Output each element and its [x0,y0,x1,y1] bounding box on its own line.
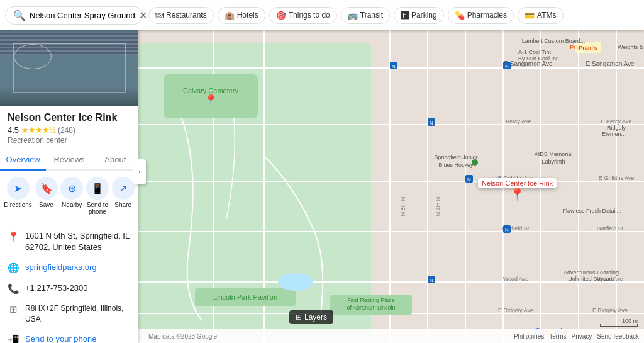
footer-link-privacy[interactable]: Privacy [571,333,592,340]
tab-about[interactable]: About [92,150,138,171]
top-bar: 🔍 ✕ 🍽Restaurants 🏨Hotels 🎯Things to do 🚌… [0,0,644,30]
search-input[interactable] [30,11,135,20]
footer-link-send-feedback[interactable]: Send feedback [597,333,639,340]
svg-text:A-1 Cool Tint: A-1 Cool Tint [518,49,552,55]
plus-code-text: R8HX+2F Springfield, Illinois, USA [25,303,131,325]
filter-transit[interactable]: 🚌Transit [341,7,390,24]
star-rating: ★★★★½ [21,125,55,135]
map-scale: 100 m [600,318,638,327]
svg-text:Springfield Junior: Springfield Junior [434,154,478,160]
tab-reviews[interactable]: Reviews [46,150,92,171]
address-row[interactable]: 📍 1601 N 5th St, Springfield, IL 62702, … [0,226,138,257]
map-area[interactable]: Calvary Cemetery 📍 Lincoln Park Pavilion… [138,30,644,343]
sidebar-panel: Nelson Center Ice Rink 4.5 ★★★★½ (248) R… [0,30,138,343]
send-to-phone-row[interactable]: 📲 Send to your phone [0,329,138,343]
svg-text:N: N [430,120,433,126]
filter-restaurants[interactable]: 🍽Restaurants [148,7,214,24]
filter-pharmacies[interactable]: 💊Pharmacies [448,7,514,24]
svg-text:E Percy Ave: E Percy Ave [601,118,632,125]
svg-text:Lambert Custom Board...: Lambert Custom Board... [522,38,586,44]
svg-text:Pram's: Pram's [579,45,597,51]
rink-visual [0,30,138,106]
nearby-icon: ⊕ [60,177,83,200]
svg-text:N: N [505,227,509,233]
website-row[interactable]: 🌐 springfieldparks.org [0,257,138,278]
svg-text:Weights & Measure: Weights & Measure [618,44,644,50]
place-tabs: Overview Reviews About [0,150,138,171]
marker-pin-icon: 📍 [509,188,525,201]
map-credit: Map data ©2023 Google [148,333,217,340]
svg-text:AIDS Memorial: AIDS Memorial [535,151,573,157]
share-button[interactable]: ↗ Share [112,177,135,215]
layers-button[interactable]: ⊞ Layers [289,310,333,324]
place-type: Recreation center [8,136,131,145]
footer-link-philippines[interactable]: Philippines [514,333,544,340]
svg-text:Labyrinth: Labyrinth [541,159,565,165]
phone-row[interactable]: 📞 +1 217-753-2800 [0,278,138,299]
location-pin-icon: 📍 [8,231,19,242]
save-button[interactable]: 🔖 Save [35,177,58,215]
place-photo[interactable] [0,30,138,106]
svg-text:Blues Hockey: Blues Hockey [438,162,474,168]
marker-label: Nelson Center Ice Rink [478,178,557,188]
rating-row: 4.5 ★★★★½ (248) [8,125,131,135]
rink-lines [13,43,126,93]
search-button[interactable]: 🔍 [13,9,26,21]
filter-hotels[interactable]: 🏨Hotels [218,7,265,24]
transit-icon: 🚌 [348,11,358,20]
svg-text:Lincoln Park Pavilion: Lincoln Park Pavilion [213,293,277,301]
save-icon: 🔖 [35,177,58,200]
tab-overview[interactable]: Overview [0,150,46,171]
filter-parking[interactable]: 🅿Parking [394,7,444,24]
phone-icon: 📞 [8,283,19,295]
svg-text:E Ridgely Ave: E Ridgely Ave [592,307,628,313]
phone-send-icon: 📲 [8,334,19,343]
svg-text:N: N [467,177,471,183]
atms-icon: 💳 [525,11,535,20]
website-text: springfieldparks.org [25,262,131,273]
filter-atms[interactable]: 💳ATMs [518,7,563,24]
parking-icon: 🅿 [401,11,409,20]
svg-text:Unlimited Daycare: Unlimited Daycare [568,276,614,282]
send-to-phone-text: Send to your phone [25,334,131,343]
svg-text:Adventurous Learning: Adventurous Learning [564,269,619,276]
globe-icon: 🌐 [8,262,19,274]
main-content: Nelson Center Ice Rink 4.5 ★★★★½ (248) R… [0,30,644,343]
place-name: Nelson Center Ice Rink [8,112,131,123]
svg-text:E Sangamon Ave: E Sangamon Ave [586,60,635,67]
svg-text:E Griffiths Ave: E Griffiths Ave [599,175,635,181]
svg-text:N 4th N: N 4th N [435,197,441,216]
scale-bar [600,324,638,327]
clear-search-button[interactable]: ✕ [139,9,147,21]
svg-text:Ridgely: Ridgely [607,125,626,131]
filter-pills: 🍽Restaurants 🏨Hotels 🎯Things to do 🚌Tran… [148,7,564,24]
svg-text:Calvary Cemetery: Calvary Cemetery [183,87,239,94]
directions-button[interactable]: ➤ Directions [4,177,31,215]
place-marker[interactable]: Nelson Center Ice Rink 📍 [478,178,557,201]
phone-text: +1 217-753-2800 [25,283,131,294]
svg-text:N: N [505,64,509,69]
scale-label: 100 m [622,318,638,324]
rating-number: 4.5 [8,125,19,135]
search-box: 🔍 ✕ [5,6,143,25]
send-to-phone-button[interactable]: 📱 Send to phone [86,177,109,215]
svg-text:📍: 📍 [204,94,218,108]
nearby-button[interactable]: ⊕ Nearby [60,177,83,215]
grid-icon: ⊞ [8,304,19,315]
hotels-icon: 🏨 [225,11,235,20]
expand-sidebar-button[interactable]: ‹ [133,159,146,184]
plus-code-row[interactable]: ⊞ R8HX+2F Springfield, Illinois, USA [0,299,138,329]
svg-text:of Abraham Lincoln: of Abraham Lincoln [347,305,395,311]
filter-things-to-do[interactable]: 🎯Things to do [269,7,337,24]
pharmacies-icon: 💊 [455,11,465,20]
map-svg: Calvary Cemetery 📍 Lincoln Park Pavilion… [138,30,644,343]
review-count[interactable]: (248) [58,126,75,135]
svg-text:Elemen...: Elemen... [602,131,626,137]
send-to-phone-icon: 📱 [86,177,109,200]
footer-link-terms[interactable]: Terms [549,333,566,340]
info-section: 📍 1601 N 5th St, Springfield, IL 62702, … [0,222,138,343]
rink-center-circle [14,44,52,69]
map-footer: Map data ©2023 Google Philippines Terms … [138,329,644,343]
svg-text:N: N [392,64,396,69]
svg-point-24 [278,273,313,291]
